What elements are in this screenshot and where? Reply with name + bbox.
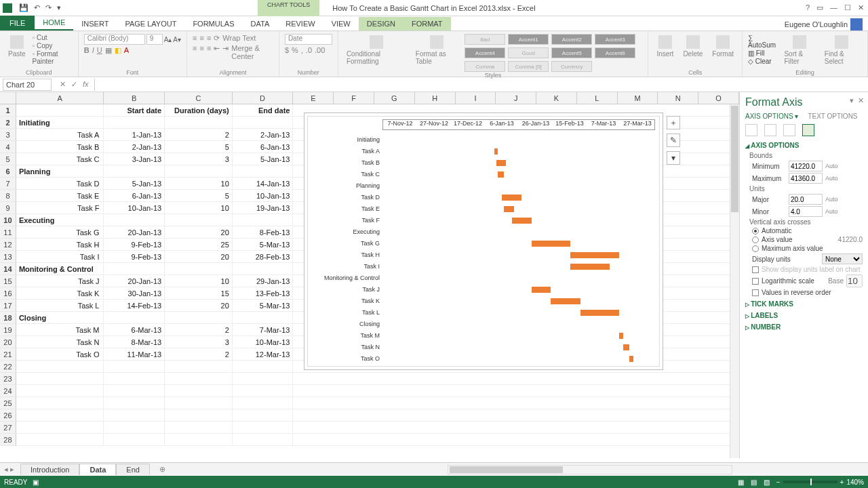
vertical-scrollbar[interactable] bbox=[730, 104, 739, 458]
view-normal-icon[interactable]: ▦ bbox=[738, 479, 744, 486]
max-reset-button[interactable]: Auto bbox=[825, 175, 838, 182]
sheet-tab-data[interactable]: Data bbox=[79, 464, 116, 475]
grid-row[interactable]: 26 bbox=[0, 409, 739, 422]
zoom-slider[interactable] bbox=[783, 481, 837, 483]
format-cells-button[interactable]: Format bbox=[709, 34, 736, 59]
tab-design[interactable]: DESIGN bbox=[359, 17, 403, 30]
formula-input[interactable] bbox=[94, 79, 868, 91]
col-header[interactable]: I bbox=[456, 92, 496, 104]
gantt-bar[interactable] bbox=[532, 241, 571, 247]
horizontal-scrollbar[interactable] bbox=[448, 465, 732, 474]
chart-x-axis[interactable]: 7-Nov-1227-Nov-12 17-Dec-126-Jan-13 26-J… bbox=[382, 119, 655, 130]
tab-format[interactable]: FORMAT bbox=[403, 17, 451, 30]
units-major-input[interactable] bbox=[789, 194, 823, 205]
percent-icon[interactable]: % bbox=[292, 46, 298, 54]
cell-styles-gallery[interactable]: Bad Accent1 Accent2 Accent3 Accent4 Good… bbox=[465, 34, 642, 72]
orientation-icon[interactable]: ⟳ bbox=[214, 34, 220, 43]
tab-data[interactable]: DATA bbox=[243, 17, 278, 30]
grid-row[interactable]: 24 bbox=[0, 385, 739, 397]
chart-styles-button[interactable]: ✎ bbox=[667, 134, 680, 147]
size-props-icon[interactable] bbox=[783, 124, 795, 136]
bounds-max-input[interactable] bbox=[789, 173, 823, 184]
chart-elements-button[interactable]: ＋ bbox=[667, 116, 680, 129]
tab-home[interactable]: HOME bbox=[35, 16, 73, 30]
zoom-out-icon[interactable]: − bbox=[776, 479, 781, 486]
gantt-bar[interactable] bbox=[512, 218, 532, 224]
comma-icon[interactable]: , bbox=[301, 46, 303, 54]
conditional-formatting-button[interactable]: Conditional Formatting bbox=[344, 34, 409, 66]
min-auto-button[interactable]: Auto bbox=[825, 163, 838, 169]
decrease-decimal-icon[interactable]: .00 bbox=[315, 46, 325, 54]
minimize-icon[interactable]: — bbox=[830, 3, 837, 12]
sheet-nav-icons[interactable]: ◂ ▸ bbox=[4, 465, 14, 474]
col-header[interactable]: D bbox=[233, 92, 294, 104]
col-header[interactable]: L bbox=[577, 92, 618, 104]
col-header[interactable]: K bbox=[536, 92, 577, 104]
font-name-select[interactable]: Calibri (Body) bbox=[84, 34, 145, 45]
tab-page-layout[interactable]: PAGE LAYOUT bbox=[117, 17, 184, 30]
col-header[interactable]: M bbox=[618, 92, 658, 104]
display-units-select[interactable]: None bbox=[822, 253, 863, 264]
increase-decimal-icon[interactable]: .0 bbox=[306, 46, 312, 54]
redo-icon[interactable]: ↷ bbox=[45, 3, 52, 12]
gantt-bar[interactable] bbox=[504, 206, 513, 212]
tab-insert[interactable]: INSERT bbox=[73, 17, 117, 30]
gantt-bar[interactable] bbox=[570, 252, 619, 258]
undo-icon[interactable]: ↶ bbox=[34, 3, 40, 12]
grid-row[interactable]: 23 bbox=[0, 373, 739, 385]
ribbon-options-icon[interactable]: ▭ bbox=[816, 3, 823, 12]
axis-options-icon[interactable] bbox=[802, 124, 814, 136]
view-page-break-icon[interactable]: ▧ bbox=[764, 479, 770, 486]
insert-cells-button[interactable]: Insert bbox=[654, 34, 676, 59]
grid-row[interactable]: 27 bbox=[0, 422, 739, 434]
account-name[interactable]: Eugene O'Loughlin bbox=[779, 18, 868, 30]
reverse-order-check[interactable]: Values in reverse order bbox=[752, 289, 863, 296]
sheet-tab-introduction[interactable]: Introduction bbox=[20, 464, 79, 475]
gantt-bar[interactable] bbox=[580, 310, 620, 316]
gantt-bar[interactable] bbox=[570, 264, 610, 270]
section-axis-options[interactable]: AXIS OPTIONS bbox=[745, 142, 863, 149]
view-page-layout-icon[interactable]: ▤ bbox=[751, 479, 757, 486]
autosum-button[interactable]: ∑ AutoSum bbox=[748, 34, 777, 49]
fx-icon[interactable]: fx bbox=[83, 80, 89, 89]
merge-center-button[interactable]: Merge & Center bbox=[231, 44, 273, 60]
crosses-automatic-radio[interactable]: Automatic bbox=[752, 227, 863, 235]
delete-cells-button[interactable]: Delete bbox=[680, 34, 705, 59]
gantt-bar[interactable] bbox=[496, 160, 506, 166]
font-color-button[interactable]: A bbox=[124, 46, 129, 55]
fill-color-button[interactable]: ◧ bbox=[115, 46, 121, 55]
crosses-axis-value-radio[interactable]: Axis value41220.0 bbox=[752, 236, 863, 243]
enter-formula-icon[interactable]: ✓ bbox=[71, 80, 77, 89]
number-format-select[interactable]: Date bbox=[285, 34, 332, 45]
units-minor-input[interactable] bbox=[789, 206, 823, 217]
align-center-icon[interactable]: ≡ bbox=[199, 44, 203, 60]
decrease-font-icon[interactable]: A▾ bbox=[173, 36, 181, 43]
format-painter-button[interactable]: Format Painter bbox=[33, 50, 73, 65]
align-left-icon[interactable]: ≡ bbox=[193, 44, 197, 60]
paste-button[interactable]: Paste bbox=[5, 34, 28, 59]
log-scale-check[interactable]: Logarithmic scaleBase bbox=[752, 274, 863, 287]
tab-review[interactable]: REVIEW bbox=[277, 17, 323, 30]
align-top-icon[interactable]: ≡ bbox=[193, 34, 197, 43]
gantt-bar[interactable] bbox=[532, 287, 551, 293]
section-labels[interactable]: LABELS bbox=[745, 312, 863, 319]
italic-button[interactable]: I bbox=[92, 46, 94, 55]
cancel-formula-icon[interactable]: ✕ bbox=[60, 80, 66, 89]
bold-button[interactable]: B bbox=[84, 46, 90, 55]
qat-customize-icon[interactable]: ▾ bbox=[57, 3, 61, 12]
col-header[interactable]: C bbox=[165, 92, 233, 104]
sort-filter-button[interactable]: Sort & Filter bbox=[781, 34, 817, 66]
bounds-min-input[interactable] bbox=[789, 161, 823, 171]
gantt-chart[interactable]: ＋ ✎ ▾ 7-Nov-1227-Nov-12 17-Dec-126-Jan-1… bbox=[304, 113, 663, 370]
gantt-bar[interactable] bbox=[551, 298, 580, 304]
col-header[interactable]: A bbox=[16, 92, 104, 104]
col-header[interactable]: H bbox=[415, 92, 456, 104]
select-all-corner[interactable] bbox=[0, 92, 16, 104]
wrap-text-button[interactable]: Wrap Text bbox=[222, 34, 256, 43]
fill-line-icon[interactable] bbox=[745, 124, 757, 136]
grid-row[interactable]: 25 bbox=[0, 397, 739, 409]
find-select-button[interactable]: Find & Select bbox=[822, 34, 862, 66]
pane-close-icon[interactable]: ✕ bbox=[858, 96, 864, 105]
grid-row[interactable]: 28 bbox=[0, 434, 739, 446]
col-header[interactable]: G bbox=[374, 92, 415, 104]
